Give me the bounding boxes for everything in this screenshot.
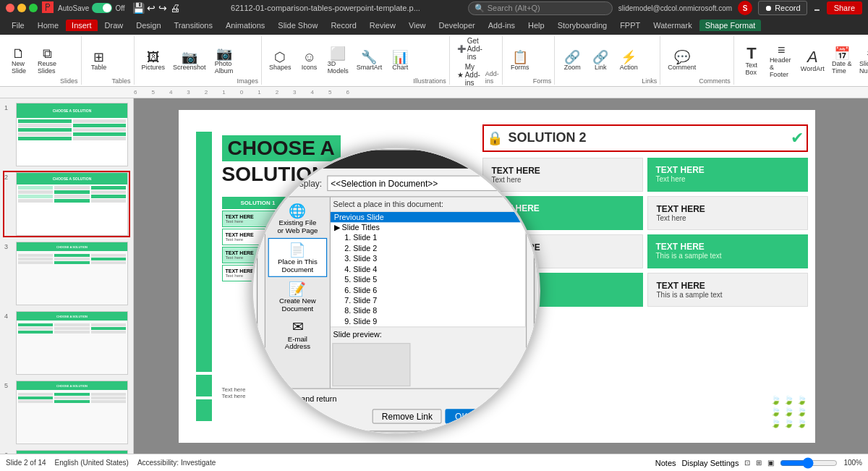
slide-num-5: 5 [4, 381, 13, 389]
tab-watermark[interactable]: Watermark [647, 20, 697, 31]
tab-addins[interactable]: Add-ins [482, 20, 521, 31]
slide-panel: 1 CHOOSE A SOLUTION [0, 98, 134, 454]
user-avatar: S [738, 1, 752, 15]
link-button[interactable]: 🔗Link [587, 49, 613, 72]
3d-models-button[interactable]: ⬜3DModels [325, 46, 352, 76]
tab-design[interactable]: Design [130, 20, 166, 31]
ok-button[interactable]: OK [445, 409, 477, 423]
chart-button[interactable]: 📊Chart [387, 49, 413, 72]
record-button[interactable]: ⏺ Record [758, 1, 807, 15]
slide-thumbnail-4[interactable]: 4 CHOOSE A SOLUTION [3, 310, 130, 376]
tab-animations[interactable]: Animations [220, 20, 271, 31]
view-presenter-icon[interactable]: ▣ [767, 459, 774, 467]
ribbon-group-comments: 💬Comment Comments [662, 36, 734, 85]
forms-button[interactable]: 📋Forms [507, 49, 533, 72]
date-time-button[interactable]: 📅Date &Time [829, 46, 855, 76]
zoom-slider[interactable] [780, 457, 838, 469]
collapse-icon[interactable]: 🗕 [813, 4, 821, 12]
tree-slide-1[interactable]: 1. Slide 1 [341, 233, 524, 243]
slide-thumbnail-5[interactable]: 5 CHOOSE A SOLUTION [3, 379, 130, 446]
tab-storyboarding[interactable]: Storyboarding [552, 20, 613, 31]
smartart-button[interactable]: 🔧SmartArt [354, 49, 386, 72]
pictures-button[interactable]: 🖼Pictures [139, 49, 169, 72]
screenshot-button[interactable]: 📷Screenshot [170, 49, 209, 72]
slide-number-button[interactable]: #SlideNumber [857, 46, 868, 76]
get-addins-button[interactable]: ➕Get Add-ins [454, 36, 485, 61]
maximize-window-btn[interactable] [29, 4, 38, 12]
autosave-label: AutoSave [58, 4, 89, 12]
photo-album-button[interactable]: 📷PhotoAlbum [211, 46, 237, 76]
view-grid-icon[interactable]: ⊞ [756, 459, 762, 467]
slide-thumbnail-2[interactable]: 2 CHOOSE A SOLUTION [3, 171, 130, 237]
new-slide-button[interactable]: 🗋NewSlide [6, 46, 32, 76]
slide-thumbnail-6[interactable]: 6 CHOOSE A SOLUTION [3, 449, 130, 454]
close-window-btn[interactable] [6, 4, 14, 12]
ruler: 6543210123456 [0, 87, 868, 98]
tree-slide-4[interactable]: 4. Slide 4 [341, 264, 524, 274]
place-in-doc-icon: 📄 [289, 242, 306, 258]
header-footer-button[interactable]: ≡Header& Footer [767, 42, 796, 80]
shapes-button[interactable]: ⬡Shapes [266, 49, 294, 72]
tab-insert[interactable]: Insert [66, 20, 98, 31]
comments-group-label: Comments [699, 76, 731, 85]
text-display-input[interactable] [327, 175, 527, 191]
slide-thumbnail-3[interactable]: 3 CHOOSE A SOLUTION [3, 240, 130, 307]
grid-cell-r2c1: TEXT HERE This is a sample text [647, 234, 808, 268]
tree-slide-6[interactable]: 6. Slide 6 [341, 285, 524, 295]
wordart-button[interactable]: AWordArt [799, 48, 827, 74]
tab-shapeformat[interactable]: Shape Format [699, 20, 762, 31]
link-option-existing[interactable]: 🌐 Existing Fileor Web Page [268, 200, 327, 237]
tab-developer[interactable]: Developer [433, 20, 481, 31]
tree-slide-3[interactable]: 3. Slide 3 [341, 254, 524, 264]
view-normal-icon[interactable]: ⊡ [744, 459, 750, 467]
tab-review[interactable]: Review [364, 20, 401, 31]
cancel-button[interactable]: Cancel [480, 409, 527, 423]
reuse-slides-button[interactable]: ⧉ReuseSlides [34, 46, 60, 76]
ribbon-group-forms: 📋Forms Forms [504, 36, 556, 85]
search-icon: 🔍 [475, 4, 485, 13]
my-addins-button[interactable]: ★My Add-ins [454, 62, 485, 88]
dialog-title-zoomed: Insert Hyperlink [264, 154, 331, 164]
slide-thumbnail-1[interactable]: 1 CHOOSE A SOLUTION [3, 101, 130, 168]
textbox-button[interactable]: TTextBox [739, 44, 765, 77]
notes-button[interactable]: Notes [655, 459, 676, 467]
tree-slide-2[interactable]: 2. Slide 2 [341, 243, 524, 253]
tab-slideshow[interactable]: Slide Show [272, 20, 323, 31]
dialog-close-icon-zoomed[interactable]: ✕ [519, 153, 527, 165]
show-return-checkbox[interactable] [264, 393, 276, 404]
existing-file-icon: 🌐 [289, 203, 306, 219]
tab-home[interactable]: Home [32, 20, 64, 31]
remove-link-button[interactable]: Remove Link [372, 409, 441, 423]
status-bar-right: Notes Display Settings ⊡ ⊞ ▣ 100% [655, 457, 862, 469]
tab-file[interactable]: File [6, 20, 30, 31]
tab-draw[interactable]: Draw [99, 20, 129, 31]
tree-slide-7[interactable]: 7. Slide 7 [341, 295, 524, 305]
comment-button[interactable]: 💬Comment [665, 49, 699, 72]
table-button[interactable]: ⊞Table [86, 49, 112, 72]
zoom-button[interactable]: 🔗Zoom [559, 49, 585, 72]
tab-record[interactable]: Record [325, 20, 362, 31]
share-button[interactable]: Share [827, 1, 862, 14]
tab-view[interactable]: View [403, 20, 432, 31]
solution2-title-text: SOLUTION 2 [509, 130, 587, 145]
link-option-email[interactable]: ✉ E-mailAddress [268, 316, 327, 354]
ribbon-group-tables: ⊞Table Tables [83, 36, 135, 85]
images-group-label: Images [237, 76, 259, 85]
action-button[interactable]: ⚡Action [616, 49, 642, 72]
tree-slide-9[interactable]: 9. Slide 9 [341, 316, 524, 326]
autosave-toggle[interactable] [92, 3, 112, 13]
tab-fppt[interactable]: FPPT [614, 20, 646, 31]
display-settings-button[interactable]: Display Settings [682, 459, 739, 467]
tab-transitions[interactable]: Transitions [169, 20, 218, 31]
tree-previous-slide[interactable]: Previous Slide [331, 212, 525, 222]
tree-slide-5[interactable]: 5. Slide 5 [341, 274, 524, 284]
search-box[interactable]: 🔍 Search (Alt+Q) [468, 1, 613, 15]
tree-slide-8[interactable]: 8. Slide 8 [341, 306, 524, 316]
tab-help[interactable]: Help [522, 20, 550, 31]
minimize-window-btn[interactable] [17, 4, 26, 12]
icons-button[interactable]: ☺Icons [297, 49, 323, 72]
link-option-place[interactable]: 📄 Place in ThisDocument [268, 238, 327, 277]
ribbon-tabs: File Home Insert Draw Design Transitions… [0, 16, 868, 35]
tree-slide-titles[interactable]: ▶Slide Titles [331, 222, 525, 232]
link-option-create[interactable]: 📝 Create NewDocument [268, 278, 327, 315]
